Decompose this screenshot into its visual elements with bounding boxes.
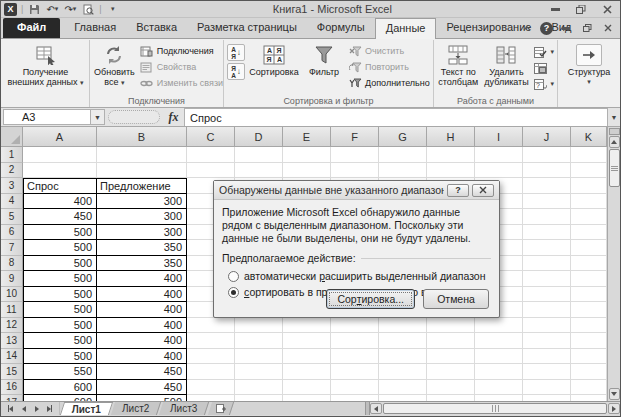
- cell-A16[interactable]: 600: [23, 380, 97, 396]
- horizontal-scroll-thumb[interactable]: [383, 403, 607, 414]
- clear-filter-button[interactable]: Очистить: [346, 43, 432, 59]
- sheet-tab-Лист1[interactable]: Лист1: [60, 402, 113, 415]
- cell-G15[interactable]: [379, 364, 427, 380]
- cell-K9[interactable]: [571, 271, 607, 287]
- row-header-8[interactable]: 8: [1, 256, 23, 272]
- sort-button-dialog[interactable]: Сортировка...: [326, 289, 415, 309]
- cell-A4[interactable]: 400: [23, 194, 97, 210]
- cell-K16[interactable]: [571, 380, 607, 396]
- cell-A10[interactable]: 500: [23, 287, 97, 303]
- scroll-left-icon[interactable]: [370, 403, 382, 414]
- select-all-corner[interactable]: [1, 127, 23, 147]
- cell-A7[interactable]: 500: [23, 240, 97, 256]
- minimize-workbook-icon[interactable]: [558, 21, 574, 35]
- cell-J2[interactable]: [523, 163, 571, 179]
- cell-F16[interactable]: [331, 380, 379, 396]
- cell-A12[interactable]: 500: [23, 318, 97, 334]
- sort-button[interactable]: АЯЯА Сортировка: [246, 41, 302, 95]
- cell-J15[interactable]: [523, 364, 571, 380]
- cell-E1[interactable]: [283, 147, 331, 163]
- cell-J1[interactable]: [523, 147, 571, 163]
- column-header-C[interactable]: C: [187, 127, 235, 147]
- cell-H15[interactable]: [427, 364, 475, 380]
- cell-F14[interactable]: [331, 349, 379, 365]
- cell-H17[interactable]: [427, 395, 475, 401]
- horizontal-scrollbar[interactable]: [370, 402, 620, 415]
- cell-G12[interactable]: [379, 318, 427, 334]
- get-external-data-button[interactable]: Получение внешних данных ▾: [3, 41, 88, 95]
- cell-K8[interactable]: [571, 256, 607, 272]
- vertical-scroll-thumb[interactable]: [609, 149, 620, 187]
- cell-C15[interactable]: [187, 364, 235, 380]
- cell-J9[interactable]: [523, 271, 571, 287]
- advanced-filter-button[interactable]: Дополнительно: [346, 75, 432, 91]
- connections-button[interactable]: Подключения: [138, 43, 225, 59]
- help-icon[interactable]: ?: [540, 22, 553, 35]
- cell-K10[interactable]: [571, 287, 607, 303]
- remove-duplicates-button[interactable]: Удалить дубликаты: [481, 41, 531, 95]
- radio-icon[interactable]: [228, 271, 239, 282]
- cell-B11[interactable]: 400: [97, 302, 187, 318]
- edit-links-button[interactable]: Изменить связи: [138, 75, 225, 91]
- ribbon-tab-Формулы[interactable]: Формулы: [307, 18, 375, 38]
- column-header-K[interactable]: K: [571, 127, 607, 147]
- scroll-down-icon[interactable]: [609, 388, 620, 400]
- restore-workbook-icon[interactable]: [579, 21, 595, 35]
- cell-C17[interactable]: [187, 395, 235, 401]
- cell-J10[interactable]: [523, 287, 571, 303]
- cell-I2[interactable]: [475, 163, 523, 179]
- cell-G17[interactable]: [379, 395, 427, 401]
- cell-K12[interactable]: [571, 318, 607, 334]
- cell-C13[interactable]: [187, 333, 235, 349]
- close-workbook-icon[interactable]: [600, 21, 616, 35]
- cell-K17[interactable]: [571, 395, 607, 401]
- row-header-17[interactable]: 17: [1, 395, 23, 401]
- text-to-columns-button[interactable]: Текст по столбцам: [435, 41, 481, 95]
- cell-F15[interactable]: [331, 364, 379, 380]
- cell-K7[interactable]: [571, 240, 607, 256]
- ribbon-tab-Главная[interactable]: Главная: [64, 18, 126, 38]
- cell-B3[interactable]: Предложение: [97, 178, 187, 194]
- cell-B9[interactable]: 400: [97, 271, 187, 287]
- cell-A8[interactable]: 500: [23, 256, 97, 272]
- cell-K5[interactable]: [571, 209, 607, 225]
- cell-I12[interactable]: [475, 318, 523, 334]
- cell-F1[interactable]: [331, 147, 379, 163]
- cell-B17[interactable]: 500: [97, 395, 187, 401]
- cell-A1[interactable]: [23, 147, 97, 163]
- row-header-5[interactable]: 5: [1, 209, 23, 225]
- cell-A2[interactable]: [23, 163, 97, 179]
- group-label-data-tools[interactable]: Работа с данными: [435, 95, 556, 107]
- column-header-H[interactable]: H: [427, 127, 475, 147]
- insert-worksheet-icon[interactable]: [208, 402, 234, 415]
- cell-H14[interactable]: [427, 349, 475, 365]
- cell-H2[interactable]: [427, 163, 475, 179]
- radio-icon[interactable]: [228, 287, 239, 298]
- group-label-connections[interactable]: Подключения: [91, 95, 222, 107]
- cell-J6[interactable]: [523, 225, 571, 241]
- cell-A6[interactable]: 500: [23, 225, 97, 241]
- cell-J14[interactable]: [523, 349, 571, 365]
- row-header-6[interactable]: 6: [1, 225, 23, 241]
- cell-J4[interactable]: [523, 194, 571, 210]
- cell-B6[interactable]: 300: [97, 225, 187, 241]
- row-header-14[interactable]: 14: [1, 349, 23, 365]
- cell-J16[interactable]: [523, 380, 571, 396]
- cell-F2[interactable]: [331, 163, 379, 179]
- name-box[interactable]: А3: [3, 109, 91, 125]
- cell-D14[interactable]: [235, 349, 283, 365]
- column-header-I[interactable]: I: [475, 127, 523, 147]
- ribbon-tab-Разметка страницы[interactable]: Разметка страницы: [187, 18, 307, 38]
- scroll-right-icon[interactable]: [608, 403, 620, 414]
- refresh-all-button[interactable]: Обновить все ▾: [91, 41, 138, 95]
- cell-J8[interactable]: [523, 256, 571, 272]
- cell-K3[interactable]: [571, 178, 607, 194]
- cell-E17[interactable]: [283, 395, 331, 401]
- restore-window-icon[interactable]: [571, 3, 591, 15]
- cell-B1[interactable]: [97, 147, 187, 163]
- cell-K15[interactable]: [571, 364, 607, 380]
- formula-input[interactable]: Спрос: [185, 108, 607, 126]
- cell-B5[interactable]: 300: [97, 209, 187, 225]
- cell-H16[interactable]: [427, 380, 475, 396]
- cell-D16[interactable]: [235, 380, 283, 396]
